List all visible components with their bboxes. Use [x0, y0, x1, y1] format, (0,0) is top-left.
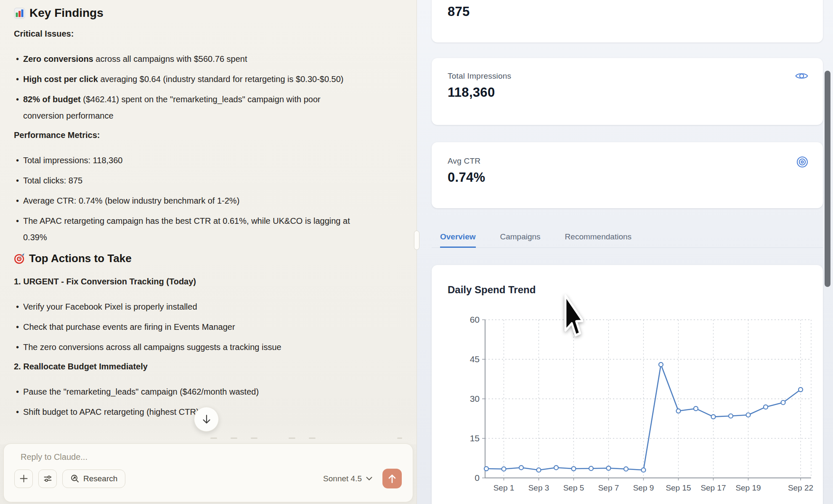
- list-item: The zero conversions across all campaign…: [23, 339, 355, 355]
- top-actions-heading: Top Actions to Take: [14, 252, 355, 265]
- list-item: Total clicks: 875: [23, 172, 355, 189]
- metric-card-total-impressions: Total Impressions 118,360: [432, 58, 823, 125]
- svg-text:45: 45: [470, 354, 480, 364]
- svg-text:Sep 17: Sep 17: [700, 483, 726, 492]
- chat-panel: Key Findings Critical Issues: Zero conve…: [0, 0, 416, 504]
- app-window: { "left_panel": { "findings_title": "Key…: [0, 0, 833, 504]
- svg-text:0: 0: [475, 473, 480, 483]
- plus-icon: [19, 474, 28, 483]
- tab-overview[interactable]: Overview: [440, 227, 476, 248]
- list-item: Zero conversions across all campaigns wi…: [23, 51, 355, 67]
- top-actions-title: Top Actions to Take: [29, 252, 132, 265]
- list-item: High cost per click averaging $0.64 (ind…: [23, 71, 355, 88]
- svg-text:Sep 15: Sep 15: [666, 483, 691, 492]
- faded-text-hint: [0, 438, 416, 439]
- list-item: 82% of budget ($462.41) spent on the "re…: [23, 91, 355, 124]
- action-1-list: Verify your Facebook Pixel is properly i…: [14, 299, 355, 355]
- critical-issues-heading: Critical Issues:: [14, 29, 355, 39]
- dashboard-panel: Total Clicks 875 Total Impressions 118,3…: [417, 0, 833, 504]
- dashboard-tabs: Overview Campaigns Recommendations: [432, 226, 823, 248]
- svg-text:Sep 22: Sep 22: [788, 483, 813, 492]
- action-1-heading: 1. URGENT - Fix Conversion Tracking (Tod…: [14, 276, 355, 287]
- metric-value: 0.74%: [448, 170, 485, 185]
- action-2-heading: 2. Reallocate Budget Immediately: [14, 361, 355, 372]
- metric-label: Avg CTR: [448, 157, 480, 166]
- reply-input[interactable]: [21, 451, 402, 462]
- list-item: Check that purchase events are firing in…: [23, 319, 355, 335]
- svg-text:30: 30: [470, 394, 480, 403]
- svg-text:Sep 5: Sep 5: [563, 483, 584, 492]
- assistant-message: Key Findings Critical Issues: Zero conve…: [14, 6, 355, 424]
- model-label: Sonnet 4.5: [323, 474, 362, 483]
- action-2-list: Pause the "remarketing_leads" campaign (…: [14, 384, 355, 420]
- metric-card-total-clicks: Total Clicks 875: [432, 0, 823, 42]
- chevron-down-icon: [366, 477, 372, 480]
- bar-chart-icon: [14, 8, 25, 19]
- list-item: Verify your Facebook Pixel is properly i…: [23, 299, 355, 315]
- research-label: Research: [83, 474, 117, 483]
- svg-text:Sep 3: Sep 3: [528, 483, 549, 492]
- metric-value: 118,360: [448, 85, 495, 100]
- arrow-up-icon: [387, 474, 397, 484]
- send-button[interactable]: [382, 469, 402, 488]
- metric-label: Total Clicks: [448, 0, 489, 2]
- eye-icon: [795, 71, 809, 81]
- attach-button[interactable]: [14, 470, 33, 488]
- metric-value: 875: [448, 4, 470, 19]
- composer-toolbar: Research Sonnet 4.5: [21, 469, 402, 488]
- critical-issues-list: Zero conversions across all campaigns wi…: [14, 51, 355, 124]
- scrollbar-thumb[interactable]: [825, 71, 830, 287]
- metric-label: Total Impressions: [448, 72, 511, 81]
- cursor-click-icon: [798, 0, 809, 1]
- svg-text:15: 15: [470, 433, 480, 443]
- message-composer: Research Sonnet 4.5: [3, 443, 413, 502]
- panel-resize-handle[interactable]: [414, 231, 419, 250]
- svg-text:Sep 1: Sep 1: [493, 483, 515, 492]
- key-findings-title: Key Findings: [29, 6, 103, 20]
- sliders-icon: [43, 474, 52, 483]
- svg-text:Sep 9: Sep 9: [633, 483, 654, 492]
- list-item: Shift budget to APAC retargeting (highes…: [23, 404, 355, 420]
- key-findings-heading: Key Findings: [14, 6, 355, 20]
- tab-recommendations[interactable]: Recommendations: [565, 227, 631, 248]
- performance-metrics-list: Total impressions: 118,360 Total clicks:…: [14, 152, 355, 246]
- scroll-to-bottom-button[interactable]: [194, 407, 219, 432]
- arrow-down-icon: [202, 414, 212, 425]
- svg-text:Sep 7: Sep 7: [598, 483, 619, 492]
- target-icon: [14, 253, 25, 264]
- model-selector[interactable]: Sonnet 4.5: [323, 474, 372, 483]
- svg-text:Sep 19: Sep 19: [735, 483, 761, 492]
- tools-button[interactable]: [38, 470, 57, 488]
- mouse-cursor-icon: [560, 294, 583, 342]
- list-item: Total impressions: 118,360: [23, 152, 355, 169]
- research-button[interactable]: Research: [62, 470, 125, 488]
- daily-spend-trend-card: Daily Spend Trend 015304560Sep 1Sep 3Sep…: [432, 265, 823, 504]
- list-item: The APAC retargeting campaign has the be…: [23, 213, 355, 246]
- daily-spend-line-chart: 015304560Sep 1Sep 3Sep 5Sep 7Sep 9Sep 15…: [432, 265, 823, 504]
- svg-text:60: 60: [470, 315, 480, 324]
- tab-campaigns[interactable]: Campaigns: [500, 227, 541, 248]
- list-item: Average CTR: 0.74% (below industry bench…: [23, 193, 355, 209]
- bullseye-icon: [796, 156, 809, 168]
- research-magnifier-icon: [70, 474, 80, 483]
- list-item: Pause the "remarketing_leads" campaign (…: [23, 384, 355, 400]
- performance-metrics-heading: Performance Metrics:: [14, 130, 355, 141]
- metric-card-avg-ctr: Avg CTR 0.74%: [432, 142, 823, 208]
